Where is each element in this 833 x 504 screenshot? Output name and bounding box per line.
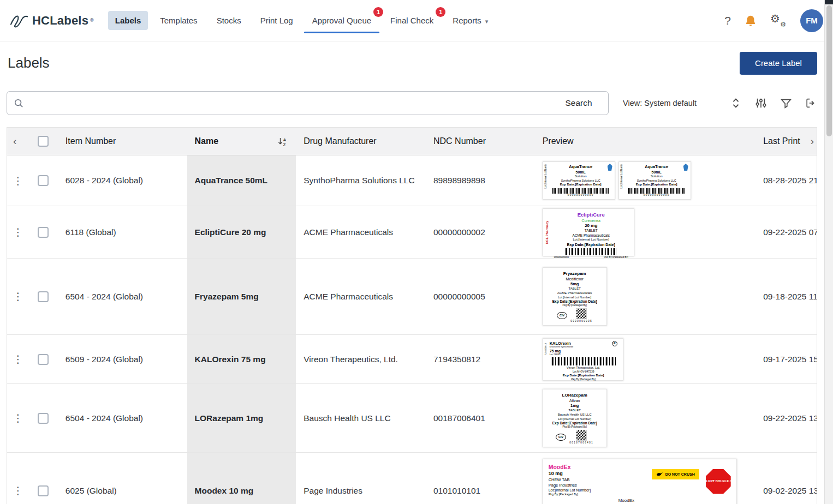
row-menu-button[interactable]: ⋮	[13, 413, 23, 423]
preview-cell: 7194350812KALOrexinketanserine hydrochlo…	[535, 335, 755, 383]
nav-item-label: Stocks	[217, 16, 241, 25]
row-checkbox[interactable]	[38, 354, 49, 365]
nav-item-labels[interactable]: Labels	[108, 11, 148, 30]
row-menu-button[interactable]: ⋮	[13, 291, 23, 302]
search-input[interactable]	[28, 92, 549, 115]
table-tool-icons	[730, 97, 817, 109]
last-printed-cell: 09-02-2025 13	[755, 453, 817, 504]
table-row: ⋮6025 (Global)Moodex 10 mgPage Industrie…	[7, 453, 817, 504]
export-icon[interactable]	[805, 97, 817, 109]
barcode	[552, 188, 609, 194]
settings-gear-icon[interactable]: ⚙ ⚙	[770, 13, 787, 28]
expand-rows-icon[interactable]	[730, 97, 742, 109]
nav-item-approval-queue[interactable]: Approval Queue1	[305, 11, 378, 30]
search-button[interactable]: Search	[549, 92, 608, 115]
nav-item-stocks[interactable]: Stocks	[210, 11, 248, 30]
row-menu-button[interactable]: ⋮	[13, 176, 23, 186]
preview-text-line: Lot:[Internal Lot Number]	[545, 417, 604, 421]
nav-item-templates[interactable]: Templates	[153, 11, 204, 30]
name-cell[interactable]: LORazepam 1mg	[187, 384, 296, 452]
preview-cell: MoodEx10 mgCHEW TABPage IndustriesLot:[I…	[535, 453, 755, 504]
column-settings-icon[interactable]	[755, 97, 767, 109]
filter-icon[interactable]	[780, 97, 792, 109]
nav-item-label: Labels	[115, 16, 141, 25]
logo-registered-mark: ®	[90, 17, 94, 23]
header-ndc-number[interactable]: NDC Number	[426, 128, 535, 155]
select-all-checkbox[interactable]	[38, 136, 49, 147]
ndc-cell: 7194350812	[426, 335, 535, 383]
row-checkbox[interactable]	[38, 413, 49, 424]
brand-text: MoodEx	[618, 498, 634, 504]
name-cell[interactable]: KALOrexin 75 mg	[187, 335, 296, 383]
nav-item-reports[interactable]: Reports▾	[445, 11, 495, 30]
sort-az-icon[interactable]: A Z	[278, 137, 288, 146]
scroll-left-icon[interactable]: ‹	[13, 135, 16, 147]
row-checkbox[interactable]	[38, 291, 49, 302]
item-number-cell: 6504 - 2024 (Global)	[58, 384, 187, 452]
search-box: Search	[7, 91, 609, 115]
row-menu-button[interactable]: ⋮	[13, 227, 23, 237]
do-not-crush-warning: DO NOT CRUSH	[652, 469, 699, 479]
name-cell[interactable]: AquaTrance 50mL	[187, 155, 296, 206]
vertical-scrollbar[interactable]	[824, 0, 833, 504]
schedule-civ-mark: CIV	[556, 434, 566, 441]
preview-cell: FryazepamMediflexor5mgTABLETACME Pharmac…	[535, 259, 755, 334]
header-name-label: Name	[195, 136, 219, 146]
help-icon[interactable]: ?	[724, 14, 731, 27]
preview-footer-block: Vireon Therapeutics, Ltd.Lot:M-GV-847239…	[550, 366, 617, 381]
header-name[interactable]: Name A Z	[187, 128, 296, 155]
row-checkbox[interactable]	[38, 175, 49, 186]
preview-cell: Lot:[Internal Lot NumbAquaTrance50mLSolu…	[535, 155, 755, 206]
notification-badge: 1	[436, 7, 445, 17]
nav-item-print-log[interactable]: Print Log	[253, 11, 300, 30]
preview-text-line: Pkg By:[Packaged By]	[545, 425, 604, 429]
name-cell[interactable]: Moodex 10 mg	[187, 453, 296, 504]
pharmacy-vertical-text: HCL Pharmacy	[545, 220, 550, 244]
header-item-number[interactable]: Item Number	[58, 128, 187, 155]
scroll-right-icon[interactable]: ›	[811, 135, 814, 147]
view-selector[interactable]: View: System default	[623, 99, 697, 107]
page-title: Labels	[8, 55, 50, 71]
preview-text-line: SynthoPharma Solutions LLC	[626, 179, 687, 183]
row-checkbox-cell	[29, 453, 58, 504]
manufacturer-cell: SynthoPharma Solutions LLC	[296, 155, 426, 206]
row-menu-cell: ⋮	[7, 384, 29, 452]
last-printed-cell: 09-22-2025 07	[755, 206, 817, 258]
create-label-button[interactable]: Create Label	[740, 52, 817, 75]
ndc-cell: 00000000005	[426, 259, 535, 334]
table-row: ⋮6504 - 2024 (Global)Fryazepam 5mgACME P…	[7, 259, 817, 335]
name-cell[interactable]: Fryazepam 5mg	[187, 259, 296, 334]
name-cell[interactable]: EcliptiCure 20 mg	[187, 206, 296, 258]
manufacturer-cell: Vireon Therapeutics, Ltd.	[296, 335, 426, 383]
row-checkbox[interactable]	[38, 485, 49, 496]
preview-text-line: Exp Date:[Expiration Date]	[545, 299, 604, 304]
side-digits: 7194350812	[544, 343, 547, 355]
ndc-digits: 00000000002	[554, 256, 569, 258]
scrollbar-thumb[interactable]	[826, 5, 832, 136]
preview-label: 7194350812KALOrexinketanserine hydrochlo…	[543, 338, 623, 381]
header-drug-manufacturer[interactable]: Drug Manufacturer	[296, 128, 426, 155]
preview-text-line: Exp Date:[Expiration Date]	[626, 183, 687, 187]
svg-text:Z: Z	[283, 142, 286, 146]
nav-item-final-check[interactable]: Final Check1	[383, 11, 441, 30]
preview-text-line: Curexenea	[553, 218, 629, 223]
user-avatar[interactable]: FM	[800, 9, 823, 32]
header-last-print[interactable]: Last Print	[755, 128, 817, 155]
warning-block: DO NOT CRUSHHIGH ALERT DOUBLE CHECK	[652, 464, 731, 504]
preview-text-line: SynthoPharma Solutions LLC	[550, 179, 611, 183]
preview-text-line: 10 mg	[549, 471, 613, 477]
row-menu-button[interactable]: ⋮	[13, 485, 23, 496]
preview-text-line: Fryazepam	[545, 271, 604, 277]
row-checkbox[interactable]	[38, 227, 49, 238]
notifications-bell-icon[interactable]	[745, 14, 757, 27]
logo-text: HCLabels	[32, 14, 88, 28]
header-preview[interactable]: Preview	[535, 128, 755, 155]
notification-badge: 1	[373, 7, 383, 17]
preview-text-line: TABLET	[545, 409, 604, 413]
preview-text-line: 50mL	[626, 170, 687, 175]
row-menu-button[interactable]: ⋮	[13, 354, 23, 364]
app-logo[interactable]: HCLabels ®	[8, 12, 94, 29]
nav-item-label: Templates	[160, 16, 197, 25]
item-number-cell: 6025 (Global)	[58, 453, 187, 504]
preview-footer: 00000000002Pkg By:[Packaged By]	[553, 256, 629, 258]
